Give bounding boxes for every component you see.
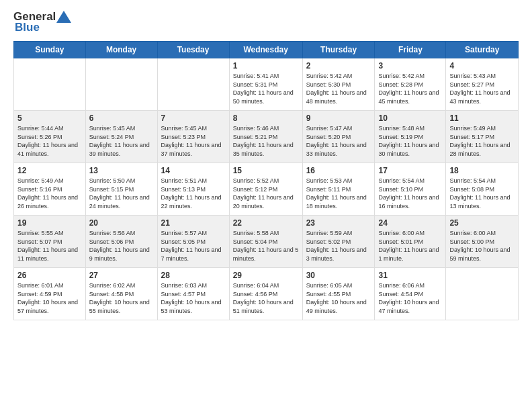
day-cell-23: 23Sunrise: 5:59 AMSunset: 5:02 PMDayligh… <box>302 216 375 268</box>
day-info: Sunrise: 6:01 AMSunset: 4:59 PMDaylight:… <box>17 281 82 315</box>
day-number: 29 <box>233 271 299 280</box>
day-cell-29: 29Sunrise: 6:04 AMSunset: 4:56 PMDayligh… <box>229 268 302 320</box>
day-cell-11: 11Sunrise: 5:49 AMSunset: 5:17 PMDayligh… <box>446 111 519 163</box>
day-info: Sunrise: 5:58 AMSunset: 5:04 PMDaylight:… <box>233 229 299 263</box>
day-info: Sunrise: 6:04 AMSunset: 4:56 PMDaylight:… <box>233 281 299 315</box>
day-number: 28 <box>161 271 226 280</box>
day-number: 17 <box>378 166 442 175</box>
day-info: Sunrise: 5:52 AMSunset: 5:12 PMDaylight:… <box>233 177 299 210</box>
day-header-friday: Friday <box>375 42 446 58</box>
calendar-week-5: 26Sunrise: 6:01 AMSunset: 4:59 PMDayligh… <box>14 268 519 320</box>
day-number: 14 <box>161 166 226 175</box>
day-number: 6 <box>89 113 154 123</box>
day-number: 13 <box>89 166 154 175</box>
day-number: 12 <box>17 166 82 175</box>
empty-cell <box>157 58 229 111</box>
day-cell-18: 18Sunrise: 5:54 AMSunset: 5:08 PMDayligh… <box>446 163 519 216</box>
day-cell-2: 2Sunrise: 5:42 AMSunset: 5:30 PMDaylight… <box>302 58 375 111</box>
day-number: 18 <box>449 166 515 175</box>
day-number: 11 <box>449 113 515 123</box>
day-cell-5: 5Sunrise: 5:44 AMSunset: 5:26 PMDaylight… <box>14 111 86 163</box>
header: General Blue <box>13 10 519 34</box>
day-info: Sunrise: 5:55 AMSunset: 5:07 PMDaylight:… <box>17 229 82 263</box>
day-header-sunday: Sunday <box>14 42 86 58</box>
page-container: General Blue SundayMondayTuesdayWednesda… <box>0 0 532 411</box>
calendar-week-4: 19Sunrise: 5:55 AMSunset: 5:07 PMDayligh… <box>14 216 519 268</box>
day-info: Sunrise: 5:42 AMSunset: 5:28 PMDaylight:… <box>378 72 442 105</box>
empty-cell <box>14 58 86 111</box>
day-cell-8: 8Sunrise: 5:46 AMSunset: 5:21 PMDaylight… <box>229 111 302 163</box>
day-cell-22: 22Sunrise: 5:58 AMSunset: 5:04 PMDayligh… <box>229 216 302 268</box>
day-info: Sunrise: 5:54 AMSunset: 5:10 PMDaylight:… <box>378 177 442 210</box>
day-info: Sunrise: 5:57 AMSunset: 5:05 PMDaylight:… <box>161 229 226 263</box>
day-cell-28: 28Sunrise: 6:03 AMSunset: 4:57 PMDayligh… <box>157 268 229 320</box>
svg-marker-0 <box>56 11 71 23</box>
day-info: Sunrise: 5:41 AMSunset: 5:31 PMDaylight:… <box>233 72 299 105</box>
day-header-saturday: Saturday <box>446 42 519 58</box>
day-cell-14: 14Sunrise: 5:51 AMSunset: 5:13 PMDayligh… <box>157 163 229 216</box>
calendar-header-row: SundayMondayTuesdayWednesdayThursdayFrid… <box>14 42 519 58</box>
day-number: 4 <box>449 61 515 71</box>
day-number: 24 <box>378 218 442 228</box>
day-number: 3 <box>378 61 442 71</box>
day-number: 20 <box>89 218 154 228</box>
day-number: 27 <box>89 271 154 280</box>
day-cell-19: 19Sunrise: 5:55 AMSunset: 5:07 PMDayligh… <box>14 216 86 268</box>
day-number: 10 <box>378 113 442 123</box>
day-info: Sunrise: 5:42 AMSunset: 5:30 PMDaylight:… <box>306 72 371 105</box>
day-number: 8 <box>233 113 299 123</box>
day-info: Sunrise: 6:05 AMSunset: 4:55 PMDaylight:… <box>306 281 371 315</box>
day-info: Sunrise: 6:02 AMSunset: 4:58 PMDaylight:… <box>89 281 154 315</box>
day-info: Sunrise: 6:03 AMSunset: 4:57 PMDaylight:… <box>161 281 226 315</box>
day-header-tuesday: Tuesday <box>157 42 229 58</box>
day-cell-16: 16Sunrise: 5:53 AMSunset: 5:11 PMDayligh… <box>302 163 375 216</box>
day-number: 26 <box>17 271 82 280</box>
day-info: Sunrise: 5:53 AMSunset: 5:11 PMDaylight:… <box>306 177 371 210</box>
day-cell-17: 17Sunrise: 5:54 AMSunset: 5:10 PMDayligh… <box>375 163 446 216</box>
day-number: 19 <box>17 218 82 228</box>
day-info: Sunrise: 6:06 AMSunset: 4:54 PMDaylight:… <box>378 281 442 315</box>
day-info: Sunrise: 6:00 AMSunset: 5:00 PMDaylight:… <box>449 229 515 263</box>
day-info: Sunrise: 5:59 AMSunset: 5:02 PMDaylight:… <box>306 229 371 263</box>
day-cell-12: 12Sunrise: 5:49 AMSunset: 5:16 PMDayligh… <box>14 163 86 216</box>
day-number: 5 <box>17 113 82 123</box>
day-cell-9: 9Sunrise: 5:47 AMSunset: 5:20 PMDaylight… <box>302 111 375 163</box>
day-info: Sunrise: 5:45 AMSunset: 5:24 PMDaylight:… <box>89 124 154 158</box>
day-cell-1: 1Sunrise: 5:41 AMSunset: 5:31 PMDaylight… <box>229 58 302 111</box>
day-info: Sunrise: 5:44 AMSunset: 5:26 PMDaylight:… <box>17 124 82 158</box>
day-cell-31: 31Sunrise: 6:06 AMSunset: 4:54 PMDayligh… <box>375 268 446 320</box>
day-number: 1 <box>233 61 299 71</box>
day-number: 23 <box>306 218 371 228</box>
calendar-week-2: 5Sunrise: 5:44 AMSunset: 5:26 PMDaylight… <box>14 111 519 163</box>
day-info: Sunrise: 5:54 AMSunset: 5:08 PMDaylight:… <box>449 177 515 210</box>
day-header-monday: Monday <box>85 42 157 58</box>
logo: General Blue <box>13 10 72 34</box>
day-number: 31 <box>378 271 442 280</box>
day-number: 16 <box>306 166 371 175</box>
day-info: Sunrise: 5:50 AMSunset: 5:15 PMDaylight:… <box>89 177 154 210</box>
day-info: Sunrise: 6:00 AMSunset: 5:01 PMDaylight:… <box>378 229 442 263</box>
day-header-thursday: Thursday <box>302 42 375 58</box>
day-header-wednesday: Wednesday <box>229 42 302 58</box>
day-number: 7 <box>161 113 226 123</box>
calendar-week-1: 1Sunrise: 5:41 AMSunset: 5:31 PMDaylight… <box>14 58 519 111</box>
day-info: Sunrise: 5:56 AMSunset: 5:06 PMDaylight:… <box>89 229 154 263</box>
calendar-week-3: 12Sunrise: 5:49 AMSunset: 5:16 PMDayligh… <box>14 163 519 216</box>
logo-blue-text: Blue <box>15 21 40 34</box>
day-cell-21: 21Sunrise: 5:57 AMSunset: 5:05 PMDayligh… <box>157 216 229 268</box>
day-info: Sunrise: 5:46 AMSunset: 5:21 PMDaylight:… <box>233 124 299 158</box>
empty-cell <box>446 268 519 320</box>
day-number: 9 <box>306 113 371 123</box>
day-number: 30 <box>306 271 371 280</box>
day-cell-3: 3Sunrise: 5:42 AMSunset: 5:28 PMDaylight… <box>375 58 446 111</box>
day-cell-27: 27Sunrise: 6:02 AMSunset: 4:58 PMDayligh… <box>85 268 157 320</box>
day-cell-24: 24Sunrise: 6:00 AMSunset: 5:01 PMDayligh… <box>375 216 446 268</box>
day-info: Sunrise: 5:45 AMSunset: 5:23 PMDaylight:… <box>161 124 226 158</box>
calendar: SundayMondayTuesdayWednesdayThursdayFrid… <box>13 41 519 320</box>
day-number: 21 <box>161 218 226 228</box>
day-cell-20: 20Sunrise: 5:56 AMSunset: 5:06 PMDayligh… <box>85 216 157 268</box>
day-cell-4: 4Sunrise: 5:43 AMSunset: 5:27 PMDaylight… <box>446 58 519 111</box>
logo-icon <box>56 11 71 23</box>
day-info: Sunrise: 5:47 AMSunset: 5:20 PMDaylight:… <box>306 124 371 158</box>
day-info: Sunrise: 5:43 AMSunset: 5:27 PMDaylight:… <box>449 72 515 105</box>
